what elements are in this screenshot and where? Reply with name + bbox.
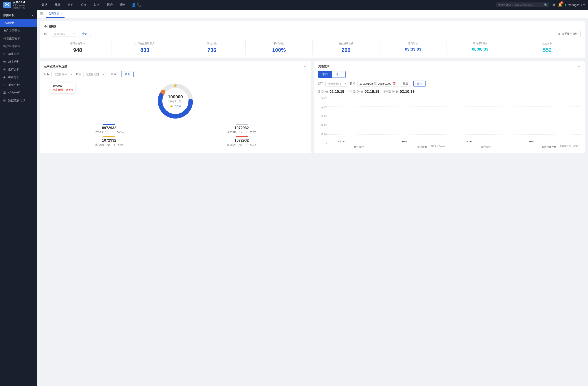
notification-icon[interactable]: 🔔 5: [558, 3, 562, 7]
stat-incomplete: 1072932 未完成量（元） ｜ 20.9%: [177, 124, 307, 134]
nav-data[interactable]: 数据: [38, 2, 51, 8]
user-icon[interactable]: 👤: [131, 3, 136, 7]
user-info[interactable]: manager11 ▾: [565, 3, 585, 6]
stat-avg-duration: 平均通话时长 00:00:33: [446, 40, 514, 55]
target-panel-header: 公司业绩目标达成 ⟳: [44, 65, 307, 68]
completed-value: 8972932: [44, 126, 174, 130]
nav-signup[interactable]: 报名: [117, 2, 129, 8]
donut-center-label: 目标总量（元）: [168, 100, 183, 103]
y-label-4: 10000: [318, 133, 327, 135]
stat-call-duration: 通话时长 03:33:03: [379, 40, 447, 55]
sidebar-item-promo-mgr[interactable]: 推广主管看板: [0, 27, 37, 35]
target-refresh-icon[interactable]: ⟳: [304, 65, 307, 68]
search-type-select[interactable]: 手机号码: [497, 3, 511, 6]
stats-grid: 今日首咨客户 948 今日有效首咨客户 833 回访人数 736 拨打次数 10…: [44, 40, 581, 55]
period-select[interactable]: 请选择周期: [83, 72, 106, 77]
tab-person-button[interactable]: 个人: [332, 71, 346, 78]
bar-label-2-0: 29000: [465, 140, 472, 143]
search-divider: |: [512, 3, 513, 6]
should-complete-line: [103, 136, 115, 137]
comm-reset-button[interactable]: 重置: [400, 81, 411, 87]
x-label-1: 接通次数: [391, 144, 454, 150]
target-select-wrap: 请选择目标: [51, 72, 74, 77]
target-panel: 公司业绩目标达成 ⟳ 目标 请选择目标 周期 请选择: [40, 61, 311, 154]
bar-label-1-0: 35000: [402, 140, 408, 143]
comm-panel-title: 沟通效率: [318, 65, 330, 68]
funnel-icon: ▽: [3, 52, 5, 56]
nav-leads[interactable]: 线索: [51, 2, 64, 8]
stat-value-3: 100%: [246, 47, 312, 53]
donut-center: 100000 目标总量（元） 👍 已达成: [168, 94, 183, 108]
sidebar-item-cost[interactable]: ◎ 成本分析: [0, 58, 37, 66]
y-label-0: 50000: [318, 97, 327, 99]
stat-value-5: 03:33:03: [380, 47, 446, 52]
donut-tooltip-value: 1072932: [53, 84, 73, 87]
sidebar-item-funnel[interactable]: ▽ 漏斗分析: [0, 50, 37, 58]
target-reset-button[interactable]: 重置: [108, 71, 119, 77]
sidebar-item-visitor[interactable]: ◈ 访客分析: [0, 74, 37, 81]
bar-chart: 50000 40000 30000 20000 10000 0: [318, 97, 581, 150]
chart-bars: 43000 35000 接通率：70.9%: [327, 97, 581, 144]
donut-tooltip-pct-value: 70.9%: [66, 88, 73, 91]
incomplete-line: [236, 124, 248, 125]
setting-button[interactable]: ⚙ 设置显示指标: [555, 31, 581, 37]
dept-select-wrap: 请选择部门: [52, 31, 76, 37]
tab-dept-button[interactable]: 部门: [318, 71, 332, 78]
comm-stat-label-0: 通话时长: [318, 90, 328, 94]
nav-finance[interactable]: 财务: [91, 2, 103, 8]
phone-icon[interactable]: 📞: [137, 3, 141, 7]
comm-refresh-icon[interactable]: ⟳: [578, 65, 581, 68]
sidebar-item-data-flow[interactable]: ⊡ 数据流转记录: [0, 97, 37, 104]
sidebar-item-sales-analysis[interactable]: ☰ 销售分析: [0, 89, 37, 97]
stat-value-7: 552: [515, 47, 580, 53]
monitor-icon[interactable]: 🖥: [552, 3, 555, 7]
bar-label-0-0: 43000: [338, 140, 345, 143]
comm-stat-value-2: 02:10:19: [400, 90, 415, 94]
target-select[interactable]: 请选择目标: [51, 72, 74, 77]
today-query-button[interactable]: 查询: [79, 31, 91, 37]
period-select-wrap: 请选择周期: [83, 72, 106, 77]
donut-center-badge: 👍 已达成: [168, 104, 183, 108]
sidebar-section-data-board[interactable]: 数据看板 ▲: [0, 11, 37, 19]
stat-value-2: 736: [179, 47, 245, 53]
stat-value-1: 833: [112, 47, 178, 53]
search-icon[interactable]: 🔍: [544, 3, 547, 6]
search-input[interactable]: [514, 3, 543, 6]
tabs-bar: ☰ 公司看板 ✕: [37, 10, 588, 18]
sidebar-item-sales-mgr[interactable]: 销售主管看板: [0, 35, 37, 42]
sidebar-item-company-board[interactable]: 公司看板: [0, 19, 37, 27]
comm-dept-select[interactable]: 请选择部门: [325, 81, 348, 86]
tab-close-icon[interactable]: ✕: [61, 12, 62, 15]
sidebar-item-customer-mgr[interactable]: 客户经理看板: [0, 42, 37, 50]
nav-ops[interactable]: 运营: [104, 2, 116, 8]
sidebar: 数据看板 ▲ 公司看板 推广主管看板 销售主管看板 客户经理看板 ▽ 漏斗分析 …: [0, 10, 37, 386]
stat-label-2: 回访人数: [179, 42, 245, 45]
comm-panel-header: 沟通效率 ⟳: [318, 65, 581, 68]
notification-badge: 5: [560, 1, 564, 4]
x-label-3: 有效接通次数: [517, 144, 581, 150]
sidebar-item-channel[interactable]: ⊗ 渠道分析: [0, 81, 37, 89]
nav-open-sea[interactable]: 公海: [78, 2, 90, 8]
tab-company-board[interactable]: 公司看板 ✕: [46, 10, 64, 18]
nav-customers[interactable]: 客户: [64, 2, 77, 8]
dept-select[interactable]: 请选择部门: [52, 31, 76, 37]
target-label: 目标: [44, 72, 49, 76]
search-box: 手机号码 | 🔍: [496, 2, 549, 7]
today-filter-row: 部门 请选择部门 查询 ⚙ 设置显示指标: [44, 31, 581, 37]
date-range-input[interactable]: 2018/01/08 至 2018/01/08 📅: [357, 81, 398, 87]
sidebar-section-title: 数据看板: [3, 14, 15, 17]
comm-panel: 沟通效率 ⟳ 部门 个人 部门 请选择部门 日期: [314, 61, 585, 154]
exceed-sub: 超额完成（元） ｜ 89.9%: [177, 143, 307, 146]
tabs-menu-icon[interactable]: ☰: [40, 12, 43, 16]
sidebar-item-promo-analysis[interactable]: ⊙ 推广分析: [0, 66, 37, 74]
logo-area: 云朵CRM 教育机构一站 式服务云平台: [0, 0, 37, 10]
y-label-2: 30000: [318, 115, 327, 117]
chart-x-labels: 拨打次数 接通次数 有效通话 有效接通次数: [327, 144, 581, 150]
comm-query-button[interactable]: 查询: [413, 81, 426, 87]
sidebar-collapse-icon: ▲: [31, 14, 34, 17]
stat-valid-calls: 有效通话次数 200: [312, 40, 379, 55]
target-stats-bottom: 8972932 已完成量（元） ｜ 70.9% 1072932 未完成量: [44, 124, 307, 146]
exceed-line: [236, 136, 248, 137]
data-flow-icon: ⊡: [3, 99, 6, 102]
target-query-button[interactable]: 查询: [121, 71, 133, 77]
